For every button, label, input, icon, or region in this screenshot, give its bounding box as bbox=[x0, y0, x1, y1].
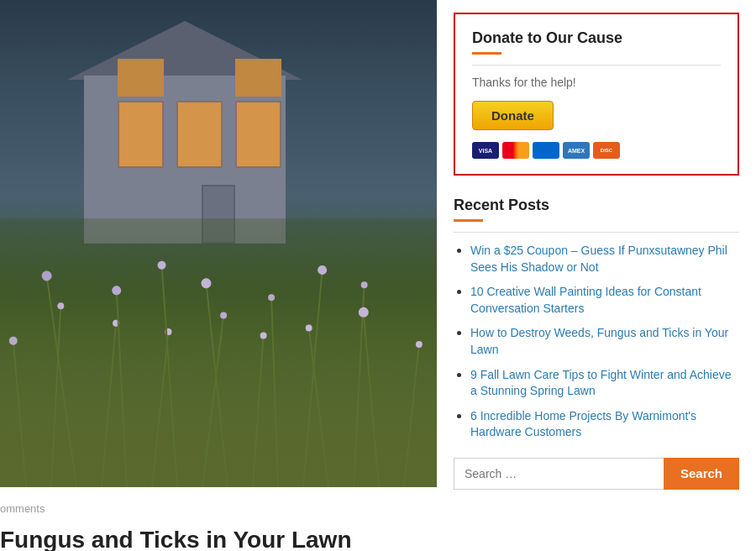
post-link-3[interactable]: How to Destroy Weeds, Fungus and Ticks i… bbox=[470, 326, 728, 356]
maestro-icon bbox=[533, 142, 559, 159]
list-item: 10 Creative Wall Painting Ideas for Cons… bbox=[470, 284, 739, 317]
stem-10 bbox=[252, 332, 265, 487]
post-info: omments Fungus and Ticks in Your Lawn bbox=[0, 487, 437, 551]
search-widget: Search bbox=[454, 458, 739, 490]
post-link-5[interactable]: 6 Incredible Home Projects By Warnimont'… bbox=[470, 409, 696, 439]
recent-posts-separator bbox=[454, 232, 739, 233]
left-column: omments Fungus and Ticks in Your Lawn bbox=[0, 0, 437, 551]
stem-16 bbox=[403, 341, 420, 487]
donate-widget-divider bbox=[472, 52, 501, 55]
search-form: Search bbox=[454, 458, 739, 490]
list-item: 9 Fall Lawn Care Tips to Fight Winter an… bbox=[470, 367, 739, 400]
house-window-center bbox=[176, 101, 223, 168]
list-item: 6 Incredible Home Projects By Warnimont'… bbox=[470, 408, 739, 441]
stem-12 bbox=[302, 265, 323, 487]
house-window-top-left bbox=[118, 59, 164, 97]
search-button[interactable]: Search bbox=[664, 458, 739, 490]
recent-posts-list: Win a $25 Coupon – Guess If Punxsutawney… bbox=[454, 243, 739, 441]
donate-widget-separator bbox=[472, 65, 721, 66]
post-link-4[interactable]: 9 Fall Lawn Care Tips to Fight Winter an… bbox=[470, 368, 731, 398]
hero-image bbox=[0, 0, 437, 487]
recent-posts-widget: Recent Posts Win a $25 Coupon – Guess If… bbox=[454, 197, 739, 441]
right-column: Donate to Our Cause Thanks for the help!… bbox=[437, 0, 756, 551]
recent-posts-title: Recent Posts bbox=[454, 197, 739, 214]
visa-icon: VISA bbox=[472, 142, 499, 159]
stem-1 bbox=[12, 337, 27, 487]
post-meta: omments bbox=[0, 494, 437, 519]
stem-15 bbox=[362, 307, 380, 487]
recent-posts-divider bbox=[454, 219, 483, 222]
amex-icon: AMEX bbox=[563, 142, 590, 159]
flower-stems bbox=[0, 235, 437, 487]
mastercard-icon bbox=[502, 142, 529, 159]
post-link-1[interactable]: Win a $25 Coupon – Guess If Punxsutawney… bbox=[470, 244, 727, 274]
house-window-left bbox=[118, 101, 164, 168]
list-item: How to Destroy Weeds, Fungus and Ticks i… bbox=[470, 325, 739, 358]
donate-thanks-text: Thanks for the help! bbox=[472, 76, 721, 89]
stem-11 bbox=[270, 294, 279, 487]
payment-icons: VISA AMEX DISC bbox=[472, 142, 721, 159]
stem-5 bbox=[115, 286, 128, 487]
post-link-2[interactable]: 10 Creative Wall Painting Ideas for Cons… bbox=[470, 285, 701, 315]
house-window-top-right bbox=[235, 59, 281, 97]
stem-2 bbox=[50, 302, 62, 487]
post-title: Fungus and Ticks in Your Lawn bbox=[0, 519, 437, 551]
house-illustration bbox=[67, 25, 302, 244]
donate-widget-title: Donate to Our Cause bbox=[472, 29, 721, 47]
discover-icon: DISC bbox=[593, 142, 620, 159]
donate-button[interactable]: Donate bbox=[472, 101, 554, 130]
stem-9 bbox=[205, 278, 228, 487]
stem-4 bbox=[101, 320, 117, 487]
house-window-right bbox=[235, 101, 281, 168]
donate-widget: Donate to Our Cause Thanks for the help!… bbox=[454, 13, 739, 176]
search-input[interactable] bbox=[454, 458, 664, 490]
stem-8 bbox=[202, 312, 225, 487]
list-item: Win a $25 Coupon – Guess If Punxsutawney… bbox=[470, 243, 739, 276]
